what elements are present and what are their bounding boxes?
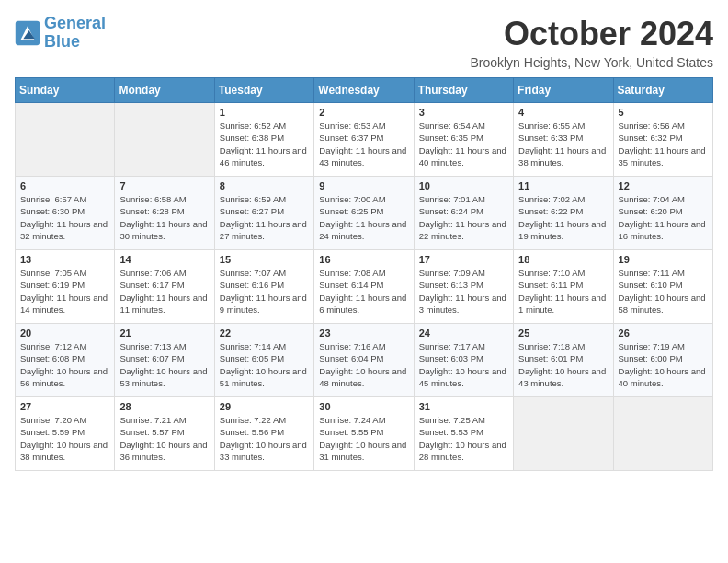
calendar-cell — [115, 103, 214, 177]
day-info: Sunrise: 7:13 AM Sunset: 6:07 PM Dayligh… — [119, 340, 209, 389]
day-number: 25 — [518, 327, 608, 339]
day-info: Sunrise: 7:16 AM Sunset: 6:04 PM Dayligh… — [319, 340, 408, 389]
day-info: Sunrise: 7:07 AM Sunset: 6:16 PM Dayligh… — [220, 267, 309, 316]
day-number: 30 — [319, 401, 408, 412]
calendar-cell: 2Sunrise: 6:53 AM Sunset: 6:37 PM Daylig… — [314, 103, 414, 177]
calendar-cell: 31Sunrise: 7:25 AM Sunset: 5:53 PM Dayli… — [414, 397, 513, 471]
day-number: 15 — [220, 254, 309, 265]
calendar-weekday-thursday: Thursday — [414, 78, 513, 103]
calendar-cell: 30Sunrise: 7:24 AM Sunset: 5:55 PM Dayli… — [314, 397, 414, 471]
day-number: 7 — [119, 180, 209, 191]
calendar-cell: 17Sunrise: 7:09 AM Sunset: 6:13 PM Dayli… — [414, 250, 513, 324]
day-number: 23 — [319, 327, 408, 339]
day-number: 28 — [119, 401, 209, 412]
day-info: Sunrise: 7:17 AM Sunset: 6:03 PM Dayligh… — [419, 340, 508, 389]
calendar-cell: 9Sunrise: 7:00 AM Sunset: 6:25 PM Daylig… — [314, 177, 414, 250]
day-info: Sunrise: 6:57 AM Sunset: 6:30 PM Dayligh… — [20, 193, 109, 242]
day-number: 8 — [220, 180, 309, 191]
month-title: October 2024 — [470, 15, 713, 53]
day-info: Sunrise: 7:11 AM Sunset: 6:10 PM Dayligh… — [619, 267, 708, 316]
day-number: 22 — [220, 327, 309, 339]
day-number: 5 — [619, 107, 708, 118]
calendar-cell: 21Sunrise: 7:13 AM Sunset: 6:07 PM Dayli… — [115, 324, 214, 397]
calendar-cell: 24Sunrise: 7:17 AM Sunset: 6:03 PM Dayli… — [414, 324, 513, 397]
calendar-table: SundayMondayTuesdayWednesdayThursdayFrid… — [15, 77, 713, 471]
calendar-cell: 29Sunrise: 7:22 AM Sunset: 5:56 PM Dayli… — [214, 397, 313, 471]
day-number: 10 — [419, 180, 508, 191]
day-number: 16 — [319, 254, 408, 265]
calendar-week-row: 27Sunrise: 7:20 AM Sunset: 5:59 PM Dayli… — [16, 397, 713, 471]
calendar-cell: 10Sunrise: 7:01 AM Sunset: 6:24 PM Dayli… — [414, 177, 513, 250]
day-info: Sunrise: 7:02 AM Sunset: 6:22 PM Dayligh… — [518, 193, 608, 242]
day-info: Sunrise: 7:08 AM Sunset: 6:14 PM Dayligh… — [319, 267, 408, 316]
calendar-weekday-saturday: Saturday — [613, 78, 712, 103]
calendar-cell: 3Sunrise: 6:54 AM Sunset: 6:35 PM Daylig… — [414, 103, 513, 177]
day-number: 21 — [119, 327, 209, 339]
calendar-week-row: 1Sunrise: 6:52 AM Sunset: 6:38 PM Daylig… — [16, 103, 713, 177]
calendar-weekday-monday: Monday — [115, 78, 214, 103]
calendar-cell: 1Sunrise: 6:52 AM Sunset: 6:38 PM Daylig… — [214, 103, 313, 177]
day-info: Sunrise: 7:21 AM Sunset: 5:57 PM Dayligh… — [119, 414, 209, 463]
title-block: October 2024 Brooklyn Heights, New York,… — [470, 15, 713, 70]
calendar-cell: 7Sunrise: 6:58 AM Sunset: 6:28 PM Daylig… — [115, 177, 214, 250]
day-number: 24 — [419, 327, 508, 339]
calendar-week-row: 13Sunrise: 7:05 AM Sunset: 6:19 PM Dayli… — [16, 250, 713, 324]
day-number: 17 — [419, 254, 508, 265]
calendar-cell: 11Sunrise: 7:02 AM Sunset: 6:22 PM Dayli… — [514, 177, 613, 250]
day-info: Sunrise: 7:05 AM Sunset: 6:19 PM Dayligh… — [20, 267, 109, 316]
calendar-cell: 6Sunrise: 6:57 AM Sunset: 6:30 PM Daylig… — [16, 177, 115, 250]
calendar-cell: 28Sunrise: 7:21 AM Sunset: 5:57 PM Dayli… — [115, 397, 214, 471]
day-info: Sunrise: 7:25 AM Sunset: 5:53 PM Dayligh… — [419, 414, 508, 463]
day-info: Sunrise: 7:22 AM Sunset: 5:56 PM Dayligh… — [220, 414, 309, 463]
day-number: 4 — [518, 107, 608, 118]
day-info: Sunrise: 6:53 AM Sunset: 6:37 PM Dayligh… — [319, 120, 408, 168]
day-info: Sunrise: 7:20 AM Sunset: 5:59 PM Dayligh… — [20, 414, 109, 463]
calendar-cell: 20Sunrise: 7:12 AM Sunset: 6:08 PM Dayli… — [16, 324, 115, 397]
day-info: Sunrise: 6:56 AM Sunset: 6:32 PM Dayligh… — [619, 120, 708, 168]
day-info: Sunrise: 6:55 AM Sunset: 6:33 PM Dayligh… — [518, 120, 608, 168]
day-number: 14 — [119, 254, 209, 265]
calendar-cell — [613, 397, 712, 471]
day-info: Sunrise: 7:06 AM Sunset: 6:17 PM Dayligh… — [119, 267, 209, 316]
day-info: Sunrise: 6:59 AM Sunset: 6:27 PM Dayligh… — [220, 193, 309, 242]
calendar-cell: 26Sunrise: 7:19 AM Sunset: 6:00 PM Dayli… — [613, 324, 712, 397]
location-title: Brooklyn Heights, New York, United State… — [470, 55, 713, 70]
day-number: 18 — [518, 254, 608, 265]
calendar-header-row: SundayMondayTuesdayWednesdayThursdayFrid… — [16, 78, 713, 103]
logo-icon — [15, 20, 40, 46]
calendar-cell — [514, 397, 613, 471]
day-info: Sunrise: 7:19 AM Sunset: 6:00 PM Dayligh… — [619, 340, 708, 389]
calendar-weekday-friday: Friday — [514, 78, 613, 103]
day-number: 12 — [619, 180, 708, 191]
calendar-cell: 23Sunrise: 7:16 AM Sunset: 6:04 PM Dayli… — [314, 324, 414, 397]
calendar-cell: 12Sunrise: 7:04 AM Sunset: 6:20 PM Dayli… — [613, 177, 712, 250]
day-number: 3 — [419, 107, 508, 118]
calendar-cell — [16, 103, 115, 177]
calendar-cell: 13Sunrise: 7:05 AM Sunset: 6:19 PM Dayli… — [16, 250, 115, 324]
day-number: 31 — [419, 401, 508, 412]
calendar-weekday-tuesday: Tuesday — [214, 78, 313, 103]
calendar-cell: 16Sunrise: 7:08 AM Sunset: 6:14 PM Dayli… — [314, 250, 414, 324]
day-info: Sunrise: 7:09 AM Sunset: 6:13 PM Dayligh… — [419, 267, 508, 316]
day-number: 19 — [619, 254, 708, 265]
day-number: 9 — [319, 180, 408, 191]
calendar-cell: 15Sunrise: 7:07 AM Sunset: 6:16 PM Dayli… — [214, 250, 313, 324]
calendar-week-row: 6Sunrise: 6:57 AM Sunset: 6:30 PM Daylig… — [16, 177, 713, 250]
calendar-week-row: 20Sunrise: 7:12 AM Sunset: 6:08 PM Dayli… — [16, 324, 713, 397]
calendar-cell: 5Sunrise: 6:56 AM Sunset: 6:32 PM Daylig… — [613, 103, 712, 177]
calendar-cell: 4Sunrise: 6:55 AM Sunset: 6:33 PM Daylig… — [514, 103, 613, 177]
calendar-cell: 27Sunrise: 7:20 AM Sunset: 5:59 PM Dayli… — [16, 397, 115, 471]
calendar-cell: 19Sunrise: 7:11 AM Sunset: 6:10 PM Dayli… — [613, 250, 712, 324]
day-info: Sunrise: 7:14 AM Sunset: 6:05 PM Dayligh… — [220, 340, 309, 389]
day-number: 29 — [220, 401, 309, 412]
logo-line1: General — [44, 14, 106, 32]
calendar-cell: 22Sunrise: 7:14 AM Sunset: 6:05 PM Dayli… — [214, 324, 313, 397]
day-info: Sunrise: 7:00 AM Sunset: 6:25 PM Dayligh… — [319, 193, 408, 242]
day-number: 20 — [20, 327, 109, 339]
calendar-cell: 8Sunrise: 6:59 AM Sunset: 6:27 PM Daylig… — [214, 177, 313, 250]
page-header: General Blue October 2024 Brooklyn Heigh… — [15, 15, 713, 70]
day-number: 6 — [20, 180, 109, 191]
day-info: Sunrise: 7:12 AM Sunset: 6:08 PM Dayligh… — [20, 340, 109, 389]
day-info: Sunrise: 7:01 AM Sunset: 6:24 PM Dayligh… — [419, 193, 508, 242]
day-info: Sunrise: 6:52 AM Sunset: 6:38 PM Dayligh… — [220, 120, 309, 168]
